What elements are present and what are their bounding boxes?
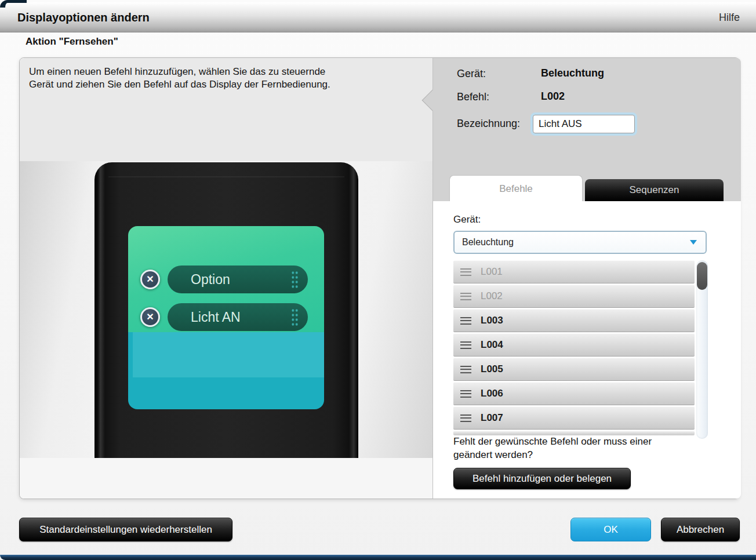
command-row[interactable]: L002	[453, 285, 695, 308]
command-drag-icon	[460, 390, 471, 398]
tab-sequenzen[interactable]: Sequenzen	[585, 179, 724, 201]
chevron-down-icon	[690, 240, 697, 245]
device-dropdown-value: Beleuchtung	[462, 232, 514, 253]
help-link[interactable]: Hilfe	[719, 2, 740, 32]
screen-drop-zone[interactable]	[133, 332, 324, 377]
command-row[interactable]: L004	[453, 333, 695, 357]
device-select-label: Gerät:	[453, 214, 481, 226]
command-drag-icon	[460, 268, 471, 276]
left-panel: Um einen neuen Befehl hinzuzufügen, wähl…	[20, 58, 432, 499]
command-list: L001L002L003L004L005L006L007	[453, 260, 695, 435]
command-drag-icon	[460, 414, 471, 422]
instruction-line-1: Um einen neuen Befehl hinzuzufügen, wähl…	[29, 66, 400, 78]
display-command-pill[interactable]: Licht AN	[168, 303, 308, 331]
name-label: Bezeichnung:	[457, 118, 520, 130]
command-label: L004	[481, 339, 503, 351]
command-drag-icon	[460, 366, 471, 373]
command-value: L002	[541, 90, 565, 103]
command-row-partial	[453, 431, 695, 435]
question-line-1: Fehlt der gewünschte Befehl oder muss ei…	[453, 435, 652, 449]
instruction-text: Um einen neuen Befehl hinzuzufügen, wähl…	[20, 58, 432, 161]
remote-body: ✕Option✕Licht AN	[94, 162, 358, 458]
missing-command-question: Fehlt der gewünschte Befehl oder muss ei…	[453, 435, 652, 462]
title-bar: Displayoptionen ändern Hilfe	[0, 2, 756, 32]
command-drag-icon	[460, 317, 471, 325]
dialog-title: Displayoptionen ändern	[17, 2, 150, 32]
device-dropdown[interactable]: Beleuchtung	[453, 231, 707, 254]
scrollbar-thumb[interactable]	[697, 262, 707, 290]
action-heading: Aktion "Fernsehen"	[26, 36, 118, 48]
command-label: Befehl:	[457, 91, 489, 103]
info-block: Gerät: Beleuchtung Befehl: L002 Bezeichn…	[433, 58, 741, 201]
command-label: L006	[481, 388, 503, 399]
restore-defaults-button[interactable]: Standardeinstellungen wiederherstellen	[19, 518, 232, 541]
pill-label: Option	[191, 266, 230, 293]
device-label: Gerät:	[457, 68, 486, 80]
command-row[interactable]: L001	[453, 260, 695, 283]
question-line-2: geändert werden?	[453, 449, 652, 462]
instruction-line-2: Gerät und ziehen Sie den Befehl auf das …	[29, 78, 400, 91]
command-drag-icon	[460, 341, 471, 349]
add-command-button[interactable]: Befehl hinzufügen oder belegen	[453, 468, 631, 489]
scrollbar-track[interactable]	[696, 260, 708, 439]
remote-screen: ✕Option✕Licht AN	[128, 226, 324, 409]
command-label: L005	[481, 363, 503, 375]
tab-content: Gerät: Beleuchtung L001L002L003L004L005L…	[433, 201, 741, 499]
main-container: Um einen neuen Befehl hinzuzufügen, wähl…	[19, 57, 740, 499]
remove-command-icon[interactable]: ✕	[140, 307, 160, 327]
frame-bottom-border	[0, 555, 756, 560]
display-command-pill[interactable]: Option	[168, 266, 308, 293]
name-input[interactable]	[533, 115, 635, 133]
photo-bottom-strip	[20, 458, 432, 499]
right-panel: Gerät: Beleuchtung Befehl: L002 Bezeichn…	[432, 58, 740, 499]
cancel-button[interactable]: Abbrechen	[661, 518, 740, 541]
remote-photo: ✕Option✕Licht AN	[20, 161, 432, 458]
device-value: Beleuchtung	[541, 67, 604, 79]
ok-button[interactable]: OK	[570, 518, 651, 541]
remove-command-icon[interactable]: ✕	[140, 270, 160, 289]
command-label: L007	[481, 412, 503, 424]
frame-corner-top-left	[0, 0, 27, 8]
drag-dots-icon	[291, 308, 299, 326]
command-label: L003	[481, 315, 503, 326]
command-row[interactable]: L007	[453, 406, 695, 430]
command-row[interactable]: L003	[453, 309, 695, 332]
command-label: L002	[481, 290, 503, 302]
drag-dots-icon	[291, 271, 299, 289]
command-drag-icon	[460, 293, 471, 300]
pill-label: Licht AN	[191, 303, 241, 331]
command-row[interactable]: L005	[453, 358, 695, 381]
tab-befehle[interactable]: Befehle	[449, 175, 583, 201]
command-label: L001	[481, 266, 503, 278]
command-row[interactable]: L006	[453, 382, 695, 405]
